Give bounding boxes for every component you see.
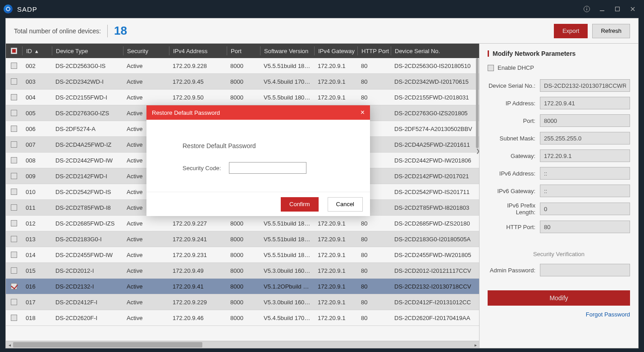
svg-rect-3	[586, 8, 587, 8]
restore-password-dialog: Restore Default Password × Restore Defau…	[146, 105, 370, 216]
close-button[interactable]	[625, 3, 640, 15]
security-code-label: Security Code:	[183, 165, 221, 171]
svg-point-0	[6, 7, 10, 11]
dialog-titlebar: Restore Default Password ×	[146, 105, 370, 120]
maximize-button[interactable]	[610, 3, 625, 15]
security-code-input[interactable]	[229, 162, 306, 174]
svg-rect-4	[600, 10, 604, 11]
minimize-button[interactable]	[594, 3, 610, 15]
titlebar: SADP	[0, 0, 644, 18]
info-icon[interactable]	[579, 3, 594, 15]
svg-rect-2	[586, 9, 587, 10]
app-window: Total number of online devices: 18 Expor…	[5, 18, 639, 348]
cancel-button[interactable]: Cancel	[328, 197, 363, 212]
confirm-button[interactable]: Confirm	[281, 197, 319, 212]
svg-rect-5	[616, 7, 620, 11]
app-title: SADP	[17, 5, 37, 13]
dialog-heading: Restore Default Password	[183, 142, 352, 149]
modal-overlay: Restore Default Password × Restore Defau…	[6, 18, 638, 348]
dialog-title: Restore Default Password	[152, 109, 220, 116]
app-logo-icon	[4, 5, 13, 14]
dialog-close-icon[interactable]: ×	[361, 108, 365, 117]
